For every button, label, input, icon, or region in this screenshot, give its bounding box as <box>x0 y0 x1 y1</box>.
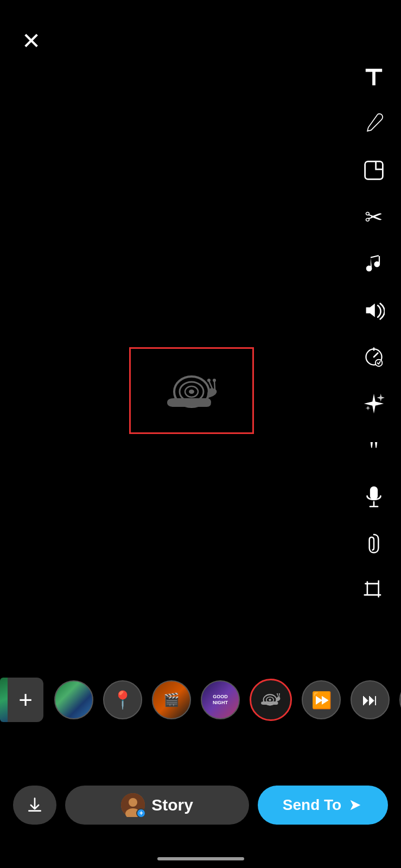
send-to-label: Send To <box>283 796 341 814</box>
snail-sticker-box[interactable] <box>129 347 254 434</box>
plus-icon: + <box>18 688 33 712</box>
snail-image <box>159 366 224 415</box>
svg-point-24 <box>277 693 278 694</box>
enhance-icon[interactable] <box>362 392 386 416</box>
send-arrow-icon <box>348 797 363 813</box>
svg-rect-0 <box>365 162 383 180</box>
timer-icon[interactable] <box>362 345 386 369</box>
svg-point-27 <box>129 798 137 807</box>
bottom-action-bar: + Story Send To <box>0 786 401 825</box>
media-strip: + 📍 🎬 GOODNIGHT ⏩ ⏭ ⏪ VHSVIDEO <box>0 675 401 724</box>
right-toolbar: ✂ " <box>362 65 386 602</box>
filter-location[interactable]: 📍 <box>103 680 142 719</box>
filter-fastforward[interactable]: ⏩ <box>302 680 341 719</box>
filter-nature[interactable] <box>54 680 93 719</box>
sticker-icon[interactable] <box>362 158 386 182</box>
volume-icon[interactable] <box>362 298 386 322</box>
crop-icon[interactable] <box>362 578 386 602</box>
svg-point-21 <box>269 699 271 701</box>
filter-album[interactable]: 🎬 <box>152 680 191 719</box>
svg-marker-5 <box>366 406 371 411</box>
music-icon[interactable] <box>362 252 386 276</box>
download-icon <box>26 796 43 814</box>
filter-goodnight[interactable]: GOODNIGHT <box>201 680 240 719</box>
text-icon[interactable] <box>362 65 386 89</box>
svg-point-17 <box>207 379 211 382</box>
svg-point-14 <box>189 390 194 394</box>
svg-rect-6 <box>370 486 378 500</box>
svg-marker-29 <box>351 800 361 810</box>
mic-icon[interactable] <box>362 485 386 509</box>
svg-line-15 <box>209 381 212 388</box>
download-button[interactable] <box>13 786 56 825</box>
media-thumb-partial <box>0 678 8 722</box>
add-media-button[interactable]: + <box>8 678 43 722</box>
filter-snail-active[interactable] <box>250 679 292 721</box>
canvas-background <box>0 0 401 868</box>
svg-line-16 <box>214 381 215 390</box>
filter-fastforward2[interactable]: ⏭ <box>351 680 390 719</box>
svg-marker-4 <box>377 394 385 402</box>
close-button[interactable]: ✕ <box>22 30 41 53</box>
story-avatar: + <box>121 793 145 817</box>
svg-line-22 <box>277 694 278 697</box>
snail-filter-icon <box>258 692 283 708</box>
scissors-icon[interactable]: ✂ <box>362 205 386 229</box>
send-to-button[interactable]: Send To <box>258 786 388 825</box>
svg-point-25 <box>279 693 280 694</box>
link-icon[interactable] <box>362 532 386 556</box>
svg-point-18 <box>213 379 216 382</box>
story-label: Story <box>151 796 193 814</box>
story-button[interactable]: + Story <box>65 786 249 825</box>
home-indicator <box>157 857 244 860</box>
draw-icon[interactable] <box>362 112 386 136</box>
quote-icon[interactable]: " <box>362 438 386 462</box>
